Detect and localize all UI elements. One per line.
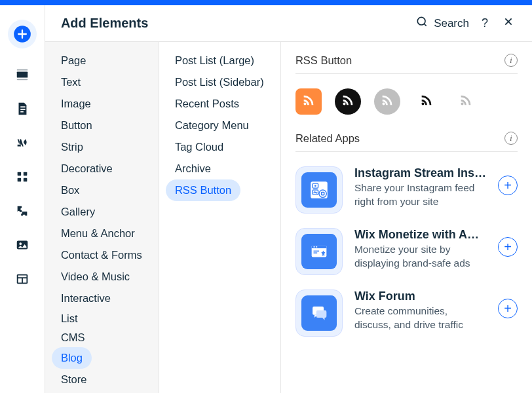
- svg-rect-3: [17, 79, 28, 80]
- category-list: PageTextImageButtonStripDecorativeBoxGal…: [45, 42, 159, 393]
- category-item[interactable]: Box: [52, 179, 88, 201]
- app-title: Wix Monetize with A…: [354, 228, 486, 242]
- layout-icon[interactable]: [14, 271, 30, 287]
- category-item[interactable]: Menu & Anchor: [52, 223, 144, 244]
- category-item[interactable]: Interactive: [52, 288, 120, 309]
- svg-rect-5: [20, 109, 25, 110]
- related-apps-list: Instagram Stream Ins…Share your Instagra…: [295, 152, 518, 337]
- subcategory-item[interactable]: Post List (Sidebar): [166, 71, 273, 93]
- top-accent-bar: [0, 0, 532, 5]
- svg-rect-35: [313, 252, 317, 253]
- info-icon[interactable]: i: [504, 132, 518, 145]
- svg-rect-2: [17, 69, 28, 71]
- section-icon[interactable]: [14, 67, 30, 83]
- app-icon: [295, 166, 343, 214]
- rss-variant-outline-gray[interactable]: [453, 88, 479, 115]
- svg-rect-7: [18, 172, 22, 176]
- add-app-button[interactable]: +: [498, 176, 518, 195]
- help-button[interactable]: ?: [477, 16, 493, 31]
- category-item[interactable]: Video & Music: [52, 266, 139, 288]
- svg-rect-10: [24, 178, 28, 182]
- rss-variant-black[interactable]: [335, 88, 361, 115]
- category-item[interactable]: Gallery: [52, 201, 104, 223]
- rss-variant-row: [295, 74, 518, 132]
- add-app-button[interactable]: +: [498, 237, 518, 257]
- svg-rect-9: [18, 178, 22, 182]
- theme-icon[interactable]: [14, 135, 30, 151]
- subcategory-item[interactable]: Tag Cloud: [166, 136, 233, 158]
- rss-icon: [301, 93, 316, 110]
- panel-title: Add Elements: [61, 16, 148, 31]
- svg-rect-8: [24, 172, 28, 176]
- svg-rect-6: [20, 111, 24, 113]
- page-icon[interactable]: [14, 101, 30, 117]
- category-item[interactable]: Button: [52, 115, 102, 136]
- category-item[interactable]: Blog: [52, 347, 92, 369]
- media-icon[interactable]: [14, 237, 30, 253]
- category-item[interactable]: Strip: [52, 136, 92, 158]
- rss-icon: [380, 93, 394, 110]
- svg-rect-34: [313, 251, 319, 252]
- category-item[interactable]: List: [52, 309, 87, 328]
- rss-variant-outline-black[interactable]: [413, 88, 440, 115]
- rss-icon: [419, 93, 434, 110]
- svg-rect-32: [313, 246, 314, 247]
- category-item[interactable]: Decorative: [52, 158, 122, 179]
- svg-rect-1: [17, 71, 28, 77]
- plugins-icon[interactable]: [14, 203, 30, 219]
- svg-point-12: [19, 242, 22, 245]
- related-app-item[interactable]: Instagram Stream Ins…Share your Instagra…: [295, 166, 518, 214]
- svg-point-20: [382, 102, 385, 105]
- category-item[interactable]: Contact & Forms: [52, 244, 151, 266]
- svg-rect-14: [18, 276, 27, 278]
- svg-point-25: [314, 185, 316, 187]
- subcategory-item[interactable]: RSS Button: [166, 179, 240, 201]
- category-item[interactable]: Text: [52, 71, 90, 93]
- category-item[interactable]: Page: [52, 50, 96, 71]
- svg-point-18: [303, 102, 306, 105]
- related-apps-title: Related Apps: [295, 132, 360, 145]
- search-button[interactable]: Search: [415, 15, 469, 31]
- svg-rect-4: [20, 106, 25, 107]
- related-app-item[interactable]: Wix Monetize with A…Monetize your site b…: [295, 228, 518, 275]
- search-icon: [415, 15, 428, 31]
- category-item[interactable]: Image: [52, 93, 100, 115]
- plus-icon: +: [504, 179, 512, 192]
- category-item[interactable]: Store: [52, 369, 96, 390]
- related-app-item[interactable]: Wix ForumCreate communities, discuss, an…: [295, 290, 518, 337]
- svg-rect-37: [316, 310, 327, 318]
- rss-icon: [341, 93, 355, 110]
- app-title: Wix Forum: [354, 290, 486, 303]
- info-icon[interactable]: i: [504, 54, 518, 67]
- svg-point-29: [322, 193, 324, 195]
- close-icon: [503, 16, 514, 30]
- subcategory-item[interactable]: Recent Posts: [166, 93, 248, 115]
- svg-rect-33: [316, 246, 317, 247]
- subcategory-item[interactable]: Post List (Large): [166, 50, 263, 71]
- rss-icon: [459, 93, 473, 110]
- rss-section-title: RSS Button: [295, 54, 352, 67]
- add-app-button[interactable]: +: [498, 299, 518, 318]
- apps-icon[interactable]: [14, 169, 30, 185]
- app-description: Monetize your site by displaying brand-s…: [354, 243, 486, 271]
- category-item[interactable]: CMS: [52, 328, 94, 347]
- close-button[interactable]: [501, 16, 516, 31]
- subcategory-item[interactable]: Category Menu: [166, 115, 258, 136]
- panel-header: Add Elements Search ?: [45, 5, 532, 42]
- plus-icon: +: [504, 240, 512, 253]
- svg-point-21: [421, 102, 424, 105]
- app-description: Create communities, discuss, and drive t…: [354, 305, 486, 332]
- subcategory-item[interactable]: Archive: [166, 158, 220, 179]
- svg-point-22: [461, 102, 463, 105]
- svg-rect-16: [23, 278, 26, 282]
- add-icon[interactable]: [8, 20, 37, 48]
- rss-variant-gray[interactable]: [374, 88, 400, 115]
- rss-variant-orange[interactable]: [295, 88, 322, 115]
- app-icon: [295, 228, 343, 275]
- svg-point-17: [417, 17, 425, 25]
- plus-icon: +: [504, 302, 512, 315]
- detail-pane: RSS Button i Related Apps i Instagram St…: [281, 42, 532, 393]
- app-icon: [295, 290, 343, 337]
- svg-point-19: [343, 102, 345, 105]
- search-label: Search: [434, 17, 469, 30]
